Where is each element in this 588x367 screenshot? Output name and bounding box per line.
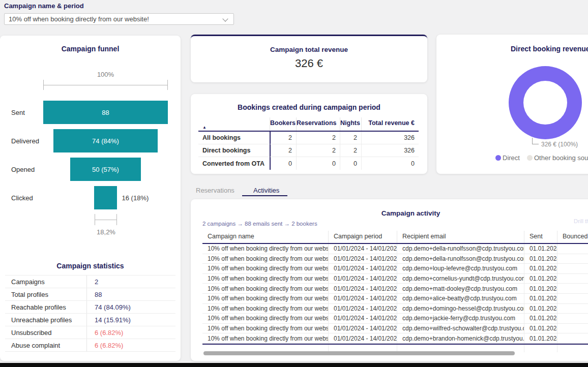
donut-chart[interactable] [509, 66, 582, 139]
stats-label: Unsubscribed [5, 329, 86, 337]
funnel-bar[interactable]: 74 (84%) [53, 129, 158, 152]
bookings-column-header[interactable]: Reservations [296, 117, 340, 131]
stats-label: Campaigns [5, 278, 86, 286]
activity-cell: 01/01/2024 - 14/01/2024 [328, 244, 397, 254]
activity-cell: 10% off when booking directly from our w… [202, 244, 328, 254]
stats-table: Campaigns2Total profiles88Reachable prof… [5, 275, 175, 352]
activity-cell: 01/01/2024 - 14/01/2024 [328, 333, 397, 344]
activity-table: Campaign nameCampaign periodRecipient em… [202, 231, 588, 352]
activity-cell: 10% off when booking directly from our w… [202, 333, 328, 344]
activity-column-header[interactable]: Bounced [557, 231, 588, 243]
activity-cell: 01.01.2024 [524, 294, 557, 304]
bookings-header-sort-cell[interactable]: ▲ [198, 117, 270, 131]
activity-column-header[interactable]: Sent [524, 231, 557, 243]
bookings-cell: 2 [270, 144, 296, 157]
activity-cell: 10% off when booking directly from our w… [202, 324, 328, 334]
total-revenue-title: Campaign total revenue [191, 46, 427, 53]
funnel-bar[interactable] [94, 186, 116, 209]
campaign-filter-label: Campaign name & period [4, 2, 84, 10]
activity-cell [557, 324, 588, 334]
funnel-bar[interactable]: 88 [43, 101, 168, 124]
bookings-row[interactable]: Direct bookings222326 [198, 144, 419, 157]
bookings-column-header[interactable]: Bookers [270, 117, 296, 131]
activity-row[interactable]: 10% off when booking directly from our w… [202, 284, 588, 294]
activity-row[interactable]: 10% off when booking directly from our w… [202, 304, 588, 314]
activity-cell: 10% off when booking directly from our w… [202, 304, 328, 314]
legend-item-other-booking-sources[interactable]: Other booking sources [527, 154, 588, 162]
campaign-dropdown[interactable]: 10% off when booking directly from our w… [4, 13, 234, 25]
legend-item-direct[interactable]: Direct [495, 154, 520, 162]
activity-row[interactable]: 10% off when booking directly from our w… [202, 333, 588, 344]
activity-cell: cdp.demo+jackie-ferry@cdp.trustyou.com [397, 314, 524, 324]
sort-ascending-icon[interactable]: ▲ [202, 125, 207, 130]
stats-row: Unreachable profiles14 (15.91%) [5, 314, 175, 326]
donut-hole [523, 81, 567, 125]
activity-row[interactable]: 10% off when booking directly from our w… [202, 274, 588, 284]
activity-row[interactable]: 10% off when booking directly from our w… [202, 314, 588, 324]
activity-summary: 2 campaigns → 88 emails sent → 2 bookers [202, 221, 317, 227]
activity-cell: 01/01/2024 - 14/01/2024 [328, 284, 397, 294]
activity-cell: 10% off when booking directly from our w… [202, 274, 328, 284]
activity-cell: cdp.demo+domingo-hessel@cdp.trustyou.com [397, 304, 524, 314]
activity-cell [557, 304, 588, 314]
bookings-column-header[interactable]: Nights [340, 117, 361, 131]
dashboard: Campaign name & period 10% off when book… [0, 0, 588, 367]
stats-label: Unreachable profiles [5, 316, 86, 324]
activity-cell: cdp.demo+alice-beatty@cdp.trustyou.com [397, 294, 524, 304]
activity-column-header[interactable]: Recipient email [397, 231, 524, 243]
activity-column-header[interactable]: Campaign name [202, 231, 328, 243]
stats-label: Abuse complaint [5, 342, 86, 349]
funnel-top-bracket-label: 100% [43, 71, 168, 78]
activity-cell [557, 314, 588, 324]
funnel-row-clicked: Clicked16 (18%) [0, 184, 181, 212]
tab-reservations[interactable]: Reservations [196, 187, 234, 194]
funnel-stage-label: Opened [11, 166, 35, 173]
bookings-cell: 2 [296, 132, 340, 144]
funnel-row-sent: Sent88 [0, 98, 181, 127]
activity-cell: 01.01.2024 [524, 284, 557, 294]
activity-cell: 01.01.2024 [524, 244, 557, 254]
activity-cell: 10% off when booking directly from our w… [202, 264, 328, 274]
bookings-row[interactable]: Converted from OTA0000 [198, 157, 419, 170]
activity-cell: 01/01/2024 - 14/01/2024 [328, 274, 397, 284]
activity-row[interactable]: 10% off when booking directly from our w… [202, 324, 588, 334]
stats-value: 2 [86, 276, 175, 288]
activity-cell: cdp.demo+brandon-homenick@cdp.trustyou.c… [397, 333, 524, 344]
funnel-bar-area: 88 [43, 101, 168, 124]
activity-cell: 01.01.2024 [524, 254, 557, 264]
activity-cell: 10% off when booking directly from our w… [202, 284, 328, 294]
funnel-row-delivered: Delivered74 (84%) [0, 127, 181, 155]
activity-cell: cdp.demo+della-runolfsson@cdp.trustyou.c… [397, 254, 524, 264]
activity-cell: 01/01/2024 - 14/01/2024 [328, 294, 397, 304]
legend-label: Direct [503, 154, 520, 162]
bookings-row[interactable]: All bookings222326 [198, 132, 419, 144]
funnel-bar-area: 16 (18%) [43, 186, 168, 209]
activity-cell: cdp.demo+della-runolfsson@cdp.trustyou.c… [397, 244, 524, 254]
activity-cell: 01/01/2024 - 14/01/2024 [328, 264, 397, 274]
bottom-edge-bar [0, 363, 588, 367]
activity-cell: 01/01/2024 - 14/01/2024 [328, 304, 397, 314]
stats-row: Campaigns2 [5, 276, 175, 288]
funnel-row-opened: Opened50 (57%) [0, 155, 181, 184]
bookings-column-header[interactable]: Total revenue € [361, 117, 419, 131]
stats-label: Reachable profiles [5, 303, 86, 311]
stats-title: Campaign statistics [0, 262, 181, 270]
stats-row: Reachable profiles74 (84.09%) [5, 301, 175, 314]
activity-cell: cdp.demo+matt-dooley@cdp.trustyou.com [397, 284, 524, 294]
funnel-bar-area: 74 (84%) [43, 129, 168, 152]
stats-value: 74 (84.09%) [86, 301, 175, 313]
stats-row: Unsubscribed6 (6.82%) [5, 326, 175, 339]
tab-activities[interactable]: Activities [253, 187, 279, 194]
activity-row[interactable]: 10% off when booking directly from our w… [202, 294, 588, 304]
funnel-title: Campaign funnel [0, 45, 181, 53]
campaign-dropdown-value: 10% off when booking directly from our w… [9, 15, 149, 23]
activity-cell: 01/01/2024 - 14/01/2024 [328, 314, 397, 324]
activity-row[interactable]: 10% off when booking directly from our w… [202, 264, 588, 274]
funnel-bar[interactable]: 50 (57%) [70, 158, 141, 181]
stats-value: 6 (6.82%) [86, 339, 175, 351]
activity-row[interactable]: 10% off when booking directly from our w… [202, 254, 588, 264]
activity-column-header[interactable]: Campaign period [328, 231, 397, 243]
horizontal-scrollbar[interactable] [203, 351, 515, 355]
activity-row[interactable]: 10% off when booking directly from our w… [202, 244, 588, 254]
donut-legend: DirectOther booking sources [495, 154, 588, 162]
